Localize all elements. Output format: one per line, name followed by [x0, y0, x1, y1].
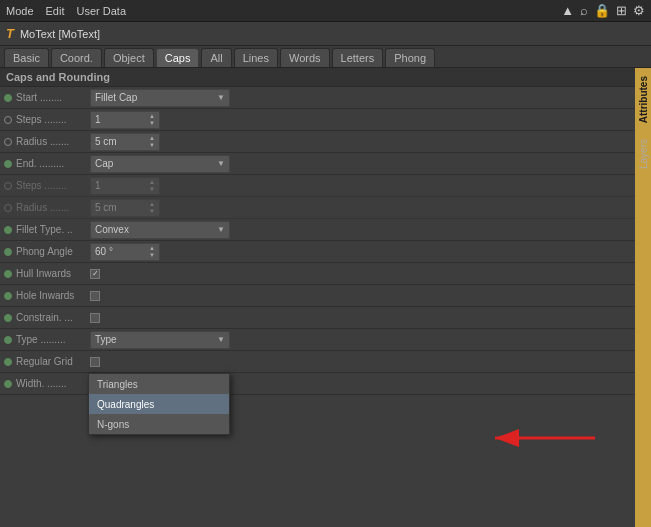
input-steps1-value: 1: [95, 114, 101, 125]
properties-panel: Caps and Rounding Start ........ Fillet …: [0, 68, 635, 527]
sidebar-layers-tab[interactable]: Layers: [636, 131, 651, 177]
checkbox-regular-grid-area: [90, 357, 100, 367]
tab-caps[interactable]: Caps: [156, 48, 200, 67]
phong-angle-up[interactable]: ▲: [149, 245, 155, 252]
dropdown-type-arrow: ▼: [217, 335, 225, 344]
section-header: Caps and Rounding: [0, 68, 635, 87]
tab-basic[interactable]: Basic: [4, 48, 49, 67]
tab-letters[interactable]: Letters: [332, 48, 384, 67]
value-hull-inwards: ✓: [90, 269, 631, 279]
grid-icon: ⊞: [616, 3, 627, 18]
dropdown-end-value: Cap: [95, 158, 113, 169]
prop-hole-inwards: Hole Inwards: [0, 285, 635, 307]
dropdown-type[interactable]: Type ▼: [90, 331, 230, 349]
lock-icon: 🔒: [594, 3, 610, 18]
type-dropdown-popup: Triangles Quadrangles N-gons: [88, 373, 230, 435]
label-phong-angle-text: Phong Angle: [16, 246, 73, 257]
dropdown-option-ngons[interactable]: N-gons: [89, 414, 229, 434]
dropdown-fillet-type-value: Convex: [95, 224, 129, 235]
label-type: Type .........: [4, 334, 90, 345]
value-start: Fillet Cap ▼: [90, 89, 631, 107]
dropdown-option-triangles[interactable]: Triangles: [89, 374, 229, 394]
label-radius1: Radius .......: [4, 136, 90, 147]
label-width: Width. .......: [4, 378, 90, 389]
dropdown-option-quadrangles[interactable]: Quadrangles: [89, 394, 229, 414]
radius1-arrows[interactable]: ▲ ▼: [149, 135, 155, 149]
value-steps2: 1 ▲ ▼: [90, 177, 631, 195]
prop-hull-inwards: Hull Inwards ✓: [0, 263, 635, 285]
checkbox-hull-inwards[interactable]: ✓: [90, 269, 100, 279]
arrow-indicator: [485, 423, 605, 455]
dropdown-end[interactable]: Cap ▼: [90, 155, 230, 173]
steps1-up[interactable]: ▲: [149, 113, 155, 120]
prop-radius2: Radius ....... 5 cm ▲ ▼: [0, 197, 635, 219]
label-width-text: Width. .......: [16, 378, 67, 389]
menu-right-icons: ▲ ⌕ 🔒 ⊞ ⚙: [561, 3, 645, 18]
radius1-down[interactable]: ▼: [149, 142, 155, 149]
value-end: Cap ▼: [90, 155, 631, 173]
input-phong-angle-value: 60 °: [95, 246, 113, 257]
input-steps2[interactable]: 1 ▲ ▼: [90, 177, 160, 195]
label-constrain-text: Constrain. ...: [16, 312, 73, 323]
dot-constrain: [4, 314, 12, 322]
prop-steps2: Steps ........ 1 ▲ ▼: [0, 175, 635, 197]
cursor-icon: ▲: [561, 3, 574, 18]
title-bar: T MoText [MoText]: [0, 22, 651, 46]
motext-icon: T: [6, 26, 14, 41]
prop-radius1: Radius ....... 5 cm ▲ ▼: [0, 131, 635, 153]
value-radius1: 5 cm ▲ ▼: [90, 133, 631, 151]
radius2-up: ▲: [149, 201, 155, 208]
steps2-down: ▼: [149, 186, 155, 193]
input-radius2[interactable]: 5 cm ▲ ▼: [90, 199, 160, 217]
settings-icon: ⚙: [633, 3, 645, 18]
checkbox-hole-inwards-area: [90, 291, 100, 301]
dot-radius1: [4, 138, 12, 146]
prop-steps1: Steps ........ 1 ▲ ▼: [0, 109, 635, 131]
checkbox-hull-inwards-area: ✓: [90, 269, 100, 279]
dot-end: [4, 160, 12, 168]
tab-all[interactable]: All: [201, 48, 231, 67]
sidebar-attributes-tab[interactable]: Attributes: [636, 68, 651, 131]
dropdown-fillet-type[interactable]: Convex ▼: [90, 221, 230, 239]
label-end: End. .........: [4, 158, 90, 169]
label-radius1-text: Radius .......: [16, 136, 69, 147]
label-start: Start ........: [4, 92, 90, 103]
dot-steps2: [4, 182, 12, 190]
radius2-arrows: ▲ ▼: [149, 201, 155, 215]
tab-words[interactable]: Words: [280, 48, 330, 67]
value-radius2: 5 cm ▲ ▼: [90, 199, 631, 217]
radius1-up[interactable]: ▲: [149, 135, 155, 142]
menu-userdata[interactable]: User Data: [77, 5, 127, 17]
dot-width: [4, 380, 12, 388]
tab-object[interactable]: Object: [104, 48, 154, 67]
dot-radius2: [4, 204, 12, 212]
label-end-text: End. .........: [16, 158, 64, 169]
dot-fillet-type: [4, 226, 12, 234]
dropdown-start-value: Fillet Cap: [95, 92, 137, 103]
steps2-arrows: ▲ ▼: [149, 179, 155, 193]
label-phong-angle: Phong Angle: [4, 246, 90, 257]
menu-mode[interactable]: Mode: [6, 5, 34, 17]
tab-phong[interactable]: Phong: [385, 48, 435, 67]
input-radius1[interactable]: 5 cm ▲ ▼: [90, 133, 160, 151]
phong-angle-down[interactable]: ▼: [149, 252, 155, 259]
prop-fillet-type: Fillet Type. .. Convex ▼: [0, 219, 635, 241]
tab-coord[interactable]: Coord.: [51, 48, 102, 67]
checkbox-regular-grid[interactable]: [90, 357, 100, 367]
tab-lines[interactable]: Lines: [234, 48, 278, 67]
prop-start: Start ........ Fillet Cap ▼: [0, 87, 635, 109]
prop-constrain: Constrain. ...: [0, 307, 635, 329]
phong-angle-arrows[interactable]: ▲ ▼: [149, 245, 155, 259]
checkbox-hole-inwards[interactable]: [90, 291, 100, 301]
dot-type: [4, 336, 12, 344]
input-phong-angle[interactable]: 60 ° ▲ ▼: [90, 243, 160, 261]
label-hull-inwards: Hull Inwards: [4, 268, 90, 279]
menu-edit[interactable]: Edit: [46, 5, 65, 17]
dropdown-start[interactable]: Fillet Cap ▼: [90, 89, 230, 107]
steps1-down[interactable]: ▼: [149, 120, 155, 127]
label-hole-inwards: Hole Inwards: [4, 290, 90, 301]
main-content: Caps and Rounding Start ........ Fillet …: [0, 68, 651, 527]
steps1-arrows[interactable]: ▲ ▼: [149, 113, 155, 127]
input-steps1[interactable]: 1 ▲ ▼: [90, 111, 160, 129]
checkbox-constrain[interactable]: [90, 313, 100, 323]
